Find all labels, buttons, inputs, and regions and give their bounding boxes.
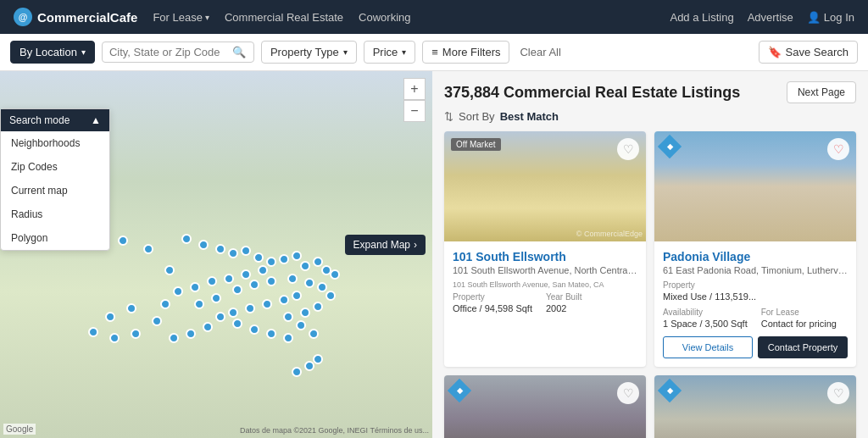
map-pin[interactable] [232,319,242,329]
map-pin[interactable] [164,265,175,275]
map-pin[interactable] [292,251,302,261]
next-page-button[interactable]: Next Page [787,81,856,103]
property-type-button[interactable]: Property Type ▾ [261,41,357,64]
nav-advertise[interactable]: Advertise [748,11,793,24]
map-pin[interactable] [118,236,128,246]
map-pin[interactable] [309,329,319,339]
map-pin[interactable] [224,274,234,284]
map-pin[interactable] [249,280,259,290]
map-pin[interactable] [169,333,179,343]
logo[interactable]: @ CommercialCafe [14,8,137,26]
map-pin[interactable] [215,312,225,322]
map-pin[interactable] [190,282,200,292]
map-pin[interactable] [160,299,170,309]
map-pin[interactable] [245,303,255,313]
login-button[interactable]: 👤 Log In [807,11,854,24]
search-mode-neighborhoods[interactable]: Neighborhoods [1,131,109,155]
nav-for-lease[interactable]: For Lease ▾ [153,11,209,24]
map-pin[interactable] [326,291,336,301]
favorite-button[interactable]: ♡ [617,382,639,404]
map-pin[interactable] [109,333,120,343]
search-mode-zip-codes[interactable]: Zip Codes [1,155,109,179]
contact-property-button[interactable]: Contact Property [758,336,848,358]
map-pin[interactable] [152,316,162,326]
search-mode-polygon[interactable]: Polygon [1,226,109,250]
map-controls: + − [403,78,426,122]
favorite-button[interactable]: ♡ [827,382,849,404]
map-pin[interactable] [279,295,289,305]
clear-all-button[interactable]: Clear All [520,46,560,58]
property-grid: Off Market ♡ © CommercialEdge 101 South … [444,131,856,438]
more-filters-button[interactable]: ≡ More Filters [422,41,509,64]
map-pin[interactable] [232,285,242,295]
search-mode-header[interactable]: Search mode ▲ [1,109,109,131]
map-pin[interactable] [313,257,323,267]
map-pin[interactable] [194,299,204,309]
map-pin[interactable] [207,276,217,286]
map-pin[interactable] [228,248,238,258]
map-pin[interactable] [283,333,293,343]
location-search-wrap[interactable]: 🔍 [102,42,254,63]
map-pin[interactable] [241,269,251,280]
map-pin[interactable] [88,327,98,337]
nav-add-listing[interactable]: Add a Listing [670,11,733,24]
map-pin[interactable] [300,261,310,271]
map-pin[interactable] [313,354,323,364]
map-pin[interactable] [287,274,298,284]
price-button[interactable]: Price ▾ [364,41,416,64]
map-pin[interactable] [317,282,327,292]
map-pin[interactable] [173,286,183,297]
map-pin[interactable] [143,244,153,254]
map-pin[interactable] [258,265,268,275]
map-pin[interactable] [300,308,310,318]
map-pin[interactable] [292,367,302,377]
nav-coworking[interactable]: Coworking [359,11,410,24]
map-pin[interactable] [241,246,251,256]
favorite-button[interactable]: ♡ [617,138,639,160]
map-pin[interactable] [249,324,259,335]
search-mode-current-map[interactable]: Current map [1,179,109,202]
map-pin[interactable] [253,252,264,263]
map-pin[interactable] [292,291,302,301]
map-pin[interactable] [215,244,225,254]
top-navigation: @ CommercialCafe For Lease ▾ Commercial … [0,0,868,34]
map-pin[interactable] [266,257,276,267]
view-details-button[interactable]: View Details [663,336,753,358]
map-pin[interactable] [279,254,289,264]
save-search-button[interactable]: 🔖 Save Search [759,41,858,64]
map-pin[interactable] [304,278,314,288]
sort-value[interactable]: Best Match [500,110,559,123]
map-pin[interactable] [198,240,209,250]
lease-value: Contact for pricing [761,319,837,329]
map-pin[interactable] [304,361,314,371]
card-title[interactable]: Padonia Village [663,250,848,263]
map-pin[interactable] [266,329,276,339]
map-pin[interactable] [262,299,272,309]
map-pin[interactable] [131,329,141,339]
map-zoom-in-button[interactable]: + [403,78,426,100]
nav-commercial-real-estate[interactable]: Commercial Real Estate [225,11,343,24]
card-image: ◆ ♡ [444,375,646,438]
filter-bar: By Location ▾ 🔍 Property Type ▾ Price ▾ … [0,34,868,71]
filter-lines-icon: ≡ [431,46,438,58]
expand-map-button[interactable]: Expand Map › [345,235,426,255]
card-title[interactable]: 101 South Ellsworth [453,250,637,263]
map-pin[interactable] [296,320,306,330]
search-mode-radius[interactable]: Radius [1,202,109,226]
map-pin[interactable] [211,293,221,303]
map-zoom-out-button[interactable]: − [403,100,426,122]
map-pin[interactable] [105,312,115,322]
map-pin[interactable] [330,269,340,280]
map-pin[interactable] [203,322,213,332]
map-pin[interactable] [181,234,192,244]
favorite-button[interactable]: ♡ [827,138,849,160]
map-pin[interactable] [266,276,276,286]
by-location-button[interactable]: By Location ▾ [10,41,95,64]
card-diamond-badge: ◆ [658,379,682,402]
map-pin[interactable] [228,308,238,318]
map-pin[interactable] [313,302,323,312]
map-pin[interactable] [126,303,136,313]
location-search-input[interactable] [109,46,228,58]
map-pin[interactable] [283,312,293,322]
map-pin[interactable] [186,329,196,339]
